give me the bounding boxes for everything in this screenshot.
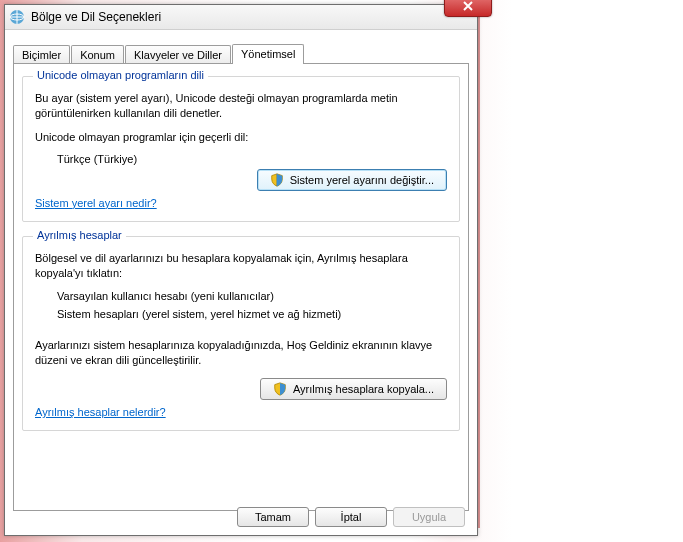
- close-button[interactable]: [444, 0, 492, 17]
- change-system-locale-label: Sistem yerel ayarını değiştir...: [290, 174, 434, 186]
- app-icon: [9, 9, 25, 25]
- titlebar: Bölge ve Dil Seçenekleri: [5, 5, 477, 30]
- reserved-item-default-user: Varsayılan kullanıcı hesabı (yeni kullan…: [57, 290, 447, 302]
- tab-klavyeler[interactable]: Klavyeler ve Diller: [125, 45, 231, 64]
- link-what-is-locale[interactable]: Sistem yerel ayarı nedir?: [35, 197, 157, 209]
- dialog-footer: Tamam İptal Uygula: [5, 507, 477, 527]
- tab-yonetimsel[interactable]: Yönetimsel: [232, 44, 304, 64]
- window-title: Bölge ve Dil Seçenekleri: [31, 10, 161, 24]
- change-system-locale-button[interactable]: Sistem yerel ayarını değiştir...: [257, 169, 447, 191]
- copy-reserved-accounts-button[interactable]: Ayrılmış hesaplara kopyala...: [260, 378, 447, 400]
- bg-artifact: [478, 6, 480, 528]
- group-unicode-programs: Unicode olmayan programların dili Bu aya…: [22, 76, 460, 222]
- ok-button[interactable]: Tamam: [237, 507, 309, 527]
- cancel-button[interactable]: İptal: [315, 507, 387, 527]
- tab-konum[interactable]: Konum: [71, 45, 124, 64]
- group-title-reserved: Ayrılmış hesaplar: [33, 229, 126, 241]
- reserved-desc: Bölgesel ve dil ayarlarınızı bu hesaplar…: [35, 251, 447, 281]
- apply-button[interactable]: Uygula: [393, 507, 465, 527]
- unicode-desc: Bu ayar (sistem yerel ayarı), Unicode de…: [35, 91, 447, 121]
- shield-icon: [273, 382, 287, 396]
- current-locale-label: Unicode olmayan programlar için geçerli …: [35, 131, 447, 143]
- tab-page-yonetimsel: Unicode olmayan programların dili Bu aya…: [13, 63, 469, 511]
- reserved-note: Ayarlarınızı sistem hesaplarınıza kopyal…: [35, 338, 447, 368]
- group-title-unicode: Unicode olmayan programların dili: [33, 69, 208, 81]
- desktop-background: Bölge ve Dil Seçenekleri Biçimler Konum …: [0, 0, 683, 542]
- close-icon: [463, 1, 473, 11]
- shield-icon: [270, 173, 284, 187]
- reserved-item-system-accounts: Sistem hesapları (yerel sistem, yerel hi…: [57, 308, 447, 320]
- group-reserved-accounts: Ayrılmış hesaplar Bölgesel ve dil ayarla…: [22, 236, 460, 431]
- copy-reserved-accounts-label: Ayrılmış hesaplara kopyala...: [293, 383, 434, 395]
- tab-bicimler[interactable]: Biçimler: [13, 45, 70, 64]
- current-locale-value: Türkçe (Türkiye): [57, 153, 447, 165]
- tab-strip: Biçimler Konum Klavyeler ve Diller Yönet…: [5, 30, 477, 64]
- region-language-dialog: Bölge ve Dil Seçenekleri Biçimler Konum …: [4, 4, 478, 536]
- link-what-are-reserved[interactable]: Ayrılmış hesaplar nelerdir?: [35, 406, 166, 418]
